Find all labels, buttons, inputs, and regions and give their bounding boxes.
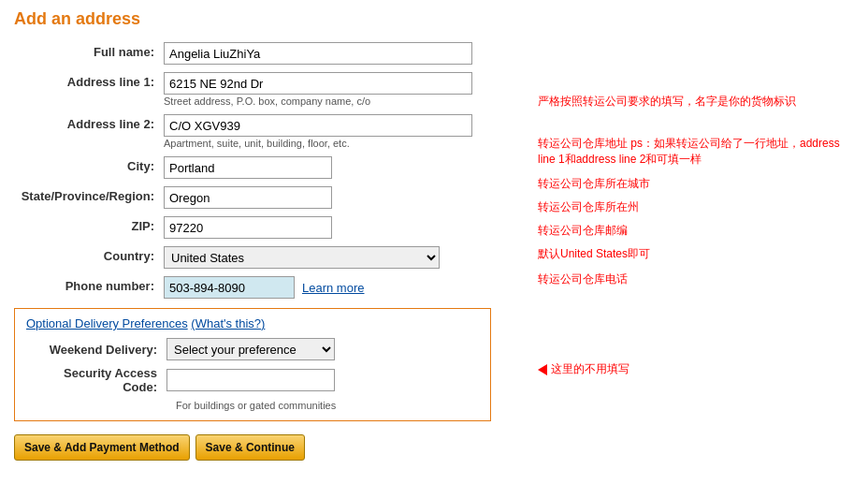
state-input[interactable] — [164, 186, 332, 209]
annotation-6: 转运公司仓库邮编 — [538, 223, 854, 239]
annotations-column: 严格按照转运公司要求的填写，名字是你的货物标识 转运公司仓库地址 ps：如果转运… — [538, 42, 854, 461]
optional-delivery-title: Optional Delivery Preferences (What's th… — [26, 316, 479, 330]
page-title: Add an address — [14, 9, 854, 29]
full-name-label: Full name: — [14, 42, 164, 59]
city-row: City: — [14, 156, 528, 179]
zip-input[interactable] — [164, 216, 332, 239]
address1-row: Address line 1: Street address, P.O. box… — [14, 72, 528, 107]
address1-input[interactable] — [164, 72, 472, 95]
city-input[interactable] — [164, 156, 332, 179]
address-form: Full name: Address line 1: Street addres… — [14, 42, 528, 461]
annotation-8: 转运公司仓库电话 — [538, 271, 854, 287]
address1-hint: Street address, P.O. box, company name, … — [164, 95, 528, 107]
security-hint: For buildings or gated communities — [176, 400, 479, 411]
state-input-group — [164, 186, 528, 209]
full-name-input[interactable] — [164, 42, 472, 65]
country-label: Country: — [14, 246, 164, 263]
state-label: State/Province/Region: — [14, 186, 164, 203]
zip-input-group — [164, 216, 528, 239]
address1-input-group: Street address, P.O. box, company name, … — [164, 72, 528, 107]
country-select[interactable]: United States — [164, 246, 440, 269]
annotation-7: 默认United States即可 — [538, 246, 854, 262]
full-name-row: Full name: — [14, 42, 528, 65]
address2-label: Address line 2: — [14, 114, 164, 131]
annotation-4: 转运公司仓库所在城市 — [538, 176, 854, 192]
security-code-input[interactable] — [166, 369, 335, 391]
weekend-delivery-row: Weekend Delivery: Select your preference — [26, 338, 479, 360]
weekend-delivery-select[interactable]: Select your preference — [166, 338, 335, 360]
annotation-2: 转运公司仓库地址 ps：如果转运公司给了一行地址，address line 1和… — [538, 136, 854, 168]
arrow-icon — [538, 364, 547, 375]
address2-input-group: Apartment, suite, unit, building, floor,… — [164, 114, 528, 149]
state-row: State/Province/Region: — [14, 186, 528, 209]
weekend-delivery-label: Weekend Delivery: — [26, 343, 166, 357]
phone-group: Learn more — [164, 276, 528, 299]
learn-more-link[interactable]: Learn more — [302, 281, 364, 295]
zip-label: ZIP: — [14, 216, 164, 233]
phone-input[interactable] — [164, 276, 295, 299]
address2-row: Address line 2: Apartment, suite, unit, … — [14, 114, 528, 149]
save-add-payment-button[interactable]: Save & Add Payment Method — [14, 434, 190, 461]
phone-row: Phone number: Learn more — [14, 276, 528, 299]
annotation-1: 严格按照转运公司要求的填写，名字是你的货物标识 — [538, 94, 854, 110]
zip-row: ZIP: — [14, 216, 528, 239]
phone-input-group: Learn more — [164, 276, 528, 299]
city-input-group — [164, 156, 528, 179]
full-name-input-group — [164, 42, 528, 65]
buttons-row: Save & Add Payment Method Save & Continu… — [14, 434, 528, 461]
address2-hint: Apartment, suite, unit, building, floor,… — [164, 138, 528, 149]
city-label: City: — [14, 156, 164, 173]
country-row: Country: United States — [14, 246, 528, 269]
annotation-5: 转运公司仓库所在州 — [538, 199, 854, 215]
save-continue-button[interactable]: Save & Continue — [195, 434, 305, 461]
optional-delivery-box: Optional Delivery Preferences (What's th… — [14, 308, 491, 421]
address1-label: Address line 1: — [14, 72, 164, 89]
security-code-row: Security Access Code: — [26, 366, 479, 394]
whats-this-link[interactable]: (What's this?) — [191, 316, 265, 330]
annotation-9: 这里的不用填写 — [538, 361, 854, 377]
country-input-group: United States — [164, 246, 528, 269]
address2-input[interactable] — [164, 114, 472, 137]
security-code-label: Security Access Code: — [26, 366, 166, 394]
phone-label: Phone number: — [14, 276, 164, 293]
